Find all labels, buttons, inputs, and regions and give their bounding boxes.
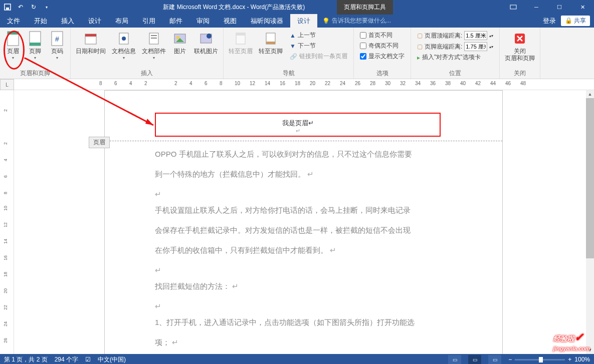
tab-references[interactable]: 引用 [135,14,162,28]
header-button[interactable]: 页眉▾ [3,30,23,61]
page-number-button[interactable]: # 页码▾ [47,30,67,61]
link-prev-button[interactable]: 🔗链接到前一条页眉 [289,52,348,61]
minimize-icon[interactable]: ─ [525,0,548,14]
date-time-button[interactable]: 日期和时间 [74,30,108,56]
footer-button[interactable]: 页脚▾ [25,30,45,61]
header-distance-input[interactable] [464,31,487,40]
zoom-value[interactable]: 100% [574,356,590,363]
svg-text:#: # [55,35,59,43]
ribbon: 页眉▾ 页脚▾ # 页码▾ 页眉和页脚 日期和时间 文档信息▾ [0,28,594,79]
ribbon-options-icon[interactable] [502,0,525,14]
svg-rect-10 [85,34,96,37]
body-line: 会保存在手机拦截记录中。对方发短信的话也是一样，被拦截的短信不会出现 [155,222,446,239]
tab-layout[interactable]: 布局 [108,14,135,28]
tab-review[interactable]: 审阅 [189,14,217,28]
goto-footer-button[interactable]: 转至页脚 [257,30,285,56]
login-link[interactable]: 登录 [543,17,556,26]
quick-parts-button[interactable]: 文档部件▾ [140,30,168,61]
scrollbar-thumb[interactable] [586,98,594,258]
ruler-corner[interactable]: L [0,79,14,90]
tab-icon: ▸ [417,54,420,61]
goto-footer-icon [263,31,279,47]
print-layout-icon[interactable]: ▭ [468,355,481,364]
zoom-slider[interactable] [515,359,565,360]
zoom-out-icon[interactable]: − [508,356,512,363]
odd-even-checkbox[interactable]: 奇偶页不同 [359,41,406,51]
footer-distance-input[interactable] [464,42,487,51]
vertical-ruler[interactable]: 22468101214161820222426 [0,90,14,354]
redo-icon[interactable]: ↻ [29,3,38,12]
tab-foxit[interactable]: 福昕阅读器 [244,14,290,28]
body-line: 到一个特殊的地方（拦截信息中）才能找回。 ↵ [155,166,446,183]
first-page-checkbox[interactable]: 首页不同 [359,31,406,40]
close-hf-button[interactable]: 关闭页眉和页脚 [503,30,537,63]
link-icon: 🔗 [290,53,297,60]
ribbon-tabs: 文件 开始 插入 设计 布局 引用 邮件 审阅 视图 福昕阅读器 设计 💡 告诉… [0,14,594,28]
page-count[interactable]: 第 1 页，共 2 页 [4,355,48,364]
prev-section-button[interactable]: ▲上一节 [289,31,348,40]
goto-header-button[interactable]: 转至页眉 [227,30,255,56]
maximize-icon[interactable]: ☐ [548,0,571,14]
close-icon[interactable]: ✕ [571,0,594,14]
svg-point-12 [122,37,126,41]
svg-point-17 [176,36,179,39]
zoom-control[interactable]: − + 100% [508,356,590,363]
insert-align-tab-button[interactable]: ▸插入"对齐方式"选项卡 [416,53,494,62]
tell-me-search[interactable]: 💡 告诉我您想要做什么... [317,14,543,28]
word-count[interactable]: 294 个字 [55,355,78,364]
group-label: 页眉和页脚 [3,68,67,78]
picture-button[interactable]: 图片 [170,30,190,56]
group-options: 首页不同 奇偶页不同 显示文档文字 选项 [354,28,411,79]
picture-icon [172,31,188,47]
save-icon[interactable] [3,3,12,12]
tab-hf-design[interactable]: 设计 [290,14,317,28]
scroll-up-icon[interactable]: ▲ [586,90,594,98]
web-layout-icon[interactable]: ▭ [488,355,501,364]
tab-view[interactable]: 视图 [217,14,244,28]
doc-info-icon [116,31,132,47]
page: 我是页眉↵ ↵ 页眉 OPPO 手机阻止了联系人之后，可以收到对方的信息，只不过… [104,90,503,354]
svg-rect-1 [6,8,9,10]
header-boundary-line [105,141,502,141]
lightbulb-icon: 💡 [322,18,330,25]
spellcheck-icon[interactable]: ☑ [85,356,91,363]
body-line: OPPO 手机阻止了联系人之后，可以收到对方的信息，只不过这个信息你需要 [155,146,446,163]
footer-icon [27,31,43,47]
contextual-tab-label: 页眉和页脚工具 [337,0,393,15]
group-label: 插入 [74,68,220,78]
document-body: OPPO 手机阻止了联系人之后，可以收到对方的信息，只不过这个信息你需要 到一个… [155,146,446,354]
vertical-scrollbar[interactable]: ▲ ▼ [586,90,594,354]
tab-home[interactable]: 开始 [27,14,54,28]
svg-rect-6 [30,43,41,46]
group-label: 选项 [357,68,408,78]
close-x-icon [512,31,528,47]
undo-icon[interactable]: ↶ [16,3,25,12]
tab-file[interactable]: 文件 [0,14,27,28]
svg-rect-24 [266,42,275,44]
zoom-in-icon[interactable]: + [568,356,571,363]
tab-design[interactable]: 设计 [81,14,108,28]
tab-mailings[interactable]: 邮件 [162,14,189,28]
tab-insert[interactable]: 插入 [54,14,81,28]
doc-info-button[interactable]: 文档信息▾ [110,30,138,61]
up-arrow-icon: ▲ [290,32,296,39]
horizontal-ruler-bar: L 86422468101214161820222426283032343638… [0,79,594,90]
share-button[interactable]: 🔒 共享 [561,16,590,26]
online-picture-button[interactable]: 联机图片 [192,30,220,56]
body-line: 找回拦截短信的方法： ↵ [155,278,446,295]
document-canvas[interactable]: 我是页眉↵ ↵ 页眉 OPPO 手机阻止了联系人之后，可以收到对方的信息，只不过… [14,90,594,354]
horizontal-ruler[interactable]: 8642246810121416182022242628303234363840… [14,79,594,90]
document-area: 22468101214161820222426 我是页眉↵ ↵ 页眉 OPPO … [0,90,594,354]
language-status[interactable]: 中文(中国) [98,355,126,364]
goto-header-icon [233,31,249,47]
read-mode-icon[interactable]: ▭ [448,355,461,364]
qat-more-icon[interactable]: ▾ [42,3,51,12]
header-content[interactable]: 我是页眉↵ [156,114,440,128]
svg-rect-22 [236,33,245,36]
next-section-button[interactable]: ▼下一节 [289,41,348,51]
group-label: 位置 [414,68,496,78]
show-doc-text-checkbox[interactable]: 显示文档文字 [359,52,406,61]
svg-point-20 [207,34,212,39]
quick-access-toolbar: ↶ ↻ ▾ [0,3,54,12]
body-line: 手机设置阻止联系人之后，对方给你打电话的话，会马上挂断，同时来电记录 [155,202,446,219]
